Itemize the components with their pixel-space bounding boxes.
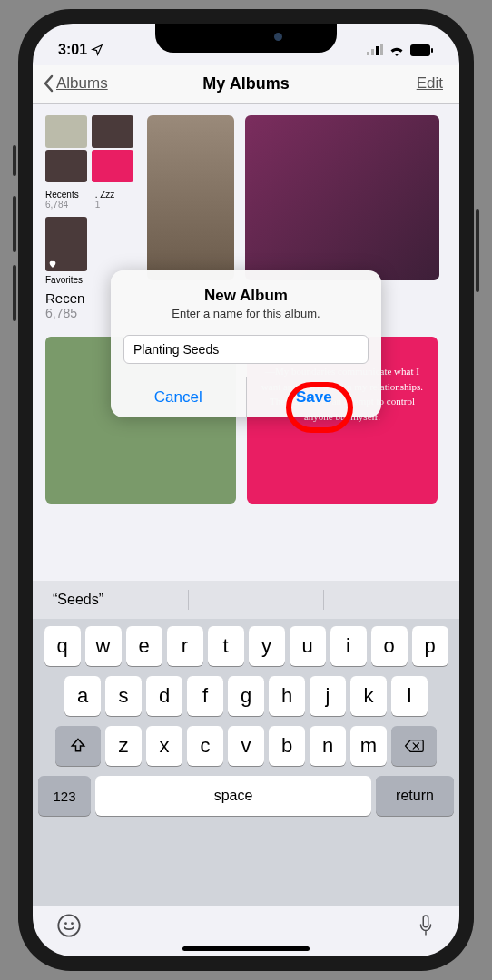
svg-rect-0 [367,52,369,55]
key-t[interactable]: t [208,626,244,666]
back-label: Albums [56,74,108,93]
key-n[interactable]: n [310,726,346,766]
shift-icon [69,737,87,755]
key-r[interactable]: r [167,626,203,666]
new-album-dialog: New Album Enter a name for this album. C… [111,270,381,417]
album-label: . Zzz [95,190,115,200]
key-j[interactable]: j [310,676,346,716]
key-b[interactable]: b [269,726,305,766]
album-thumb[interactable] [245,115,439,280]
dialog-message: Enter a name for this album. [125,307,367,320]
keyboard: qwertyuiop asdfghjkl zxcvbnm 123 space r… [33,619,459,906]
return-key[interactable]: return [376,776,454,816]
svg-rect-3 [380,44,383,55]
key-d[interactable]: d [146,676,182,716]
mic-icon[interactable] [416,913,436,938]
wifi-icon [389,44,405,56]
svg-rect-4 [410,44,430,56]
suggestion-empty[interactable] [189,590,325,610]
key-v[interactable]: v [228,726,264,766]
shift-key[interactable] [55,726,101,766]
key-w[interactable]: w [85,626,122,666]
key-i[interactable]: i [330,626,367,666]
key-u[interactable]: u [290,626,326,666]
key-m[interactable]: m [350,726,387,766]
dialog-title: New Album [125,287,367,305]
keyboard-suggestion-bar: “Seeds” [33,581,459,619]
cancel-button[interactable]: Cancel [111,377,246,417]
page-title: My Albums [202,74,289,93]
svg-rect-9 [423,916,428,927]
home-indicator[interactable] [182,946,310,951]
thumb[interactable] [45,150,87,182]
back-button[interactable]: Albums [42,74,108,93]
thumb[interactable] [92,115,133,148]
status-time: 3:01 [58,42,87,58]
key-l[interactable]: l [391,676,428,716]
album-count: 1 [95,200,115,210]
key-g[interactable]: g [228,676,264,716]
album-count: 6,784 [45,200,79,210]
album-label: Recents [45,190,79,200]
svg-point-8 [71,922,74,925]
thumb[interactable] [92,150,133,182]
key-p[interactable]: p [412,626,448,666]
key-h[interactable]: h [269,676,305,716]
svg-point-7 [64,922,67,925]
key-z[interactable]: z [105,726,142,766]
svg-point-6 [58,915,79,936]
key-x[interactable]: x [146,726,182,766]
album-recents[interactable] [147,115,234,280]
location-arrow-icon [91,44,103,56]
key-f[interactable]: f [187,676,223,716]
key-y[interactable]: y [249,626,285,666]
heart-icon [48,260,57,269]
nav-bar: Albums My Albums Edit [33,65,459,104]
edit-button[interactable]: Edit [417,74,443,93]
key-a[interactable]: a [64,676,101,716]
key-o[interactable]: o [371,626,408,666]
key-q[interactable]: q [44,626,81,666]
chevron-left-icon [42,74,54,93]
thumb-favorites[interactable] [45,217,87,271]
cellular-icon [367,44,383,55]
battery-icon [410,44,434,56]
svg-rect-1 [371,49,374,55]
key-c[interactable]: c [187,726,223,766]
svg-rect-5 [431,48,433,53]
numbers-key[interactable]: 123 [38,776,91,816]
suggestion[interactable]: “Seeds” [33,590,189,610]
backspace-icon [404,738,424,754]
thumb[interactable] [45,115,87,148]
save-button[interactable]: Save [246,377,382,417]
key-k[interactable]: k [350,676,387,716]
space-key[interactable]: space [95,776,371,816]
key-s[interactable]: s [105,676,142,716]
svg-rect-2 [376,46,379,55]
delete-key[interactable] [391,726,437,766]
album-name-input[interactable] [123,335,369,364]
key-e[interactable]: e [126,626,162,666]
emoji-icon[interactable] [56,913,82,938]
suggestion-empty[interactable] [324,590,459,610]
